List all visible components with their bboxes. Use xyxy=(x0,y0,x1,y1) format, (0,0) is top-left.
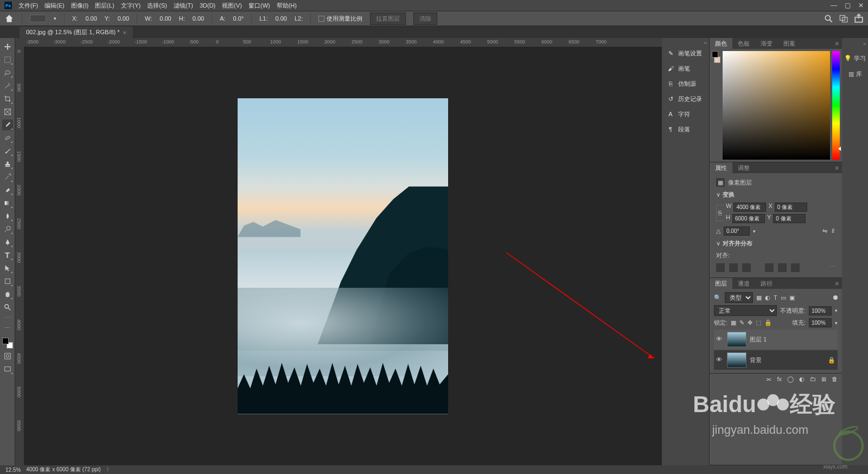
lock-pixel-icon[interactable]: ✎ xyxy=(739,319,744,326)
pen-tool-icon[interactable] xyxy=(2,237,13,248)
menu-file[interactable]: 文件(F) xyxy=(18,2,38,10)
close-icon[interactable]: ✕ xyxy=(858,2,864,9)
tab-adjustments[interactable]: 调整 xyxy=(732,162,755,174)
panel-menu-icon[interactable]: ≡ xyxy=(832,165,842,171)
filter-shape-icon[interactable]: ▭ xyxy=(781,294,786,301)
height-input[interactable] xyxy=(732,214,765,223)
lock-trans-icon[interactable]: ▦ xyxy=(731,319,736,326)
menu-type[interactable]: 文字(Y) xyxy=(121,2,141,10)
wand-tool-icon[interactable] xyxy=(2,80,13,91)
fill-input[interactable] xyxy=(809,318,832,327)
opacity-input[interactable] xyxy=(809,306,832,315)
tab-patterns[interactable]: 图案 xyxy=(778,38,801,49)
minimize-icon[interactable]: — xyxy=(831,2,837,9)
clear-button[interactable]: 清除 xyxy=(413,12,437,25)
visibility-icon[interactable]: 👁 xyxy=(716,336,724,343)
learn-panel-btn[interactable]: 💡学习 xyxy=(844,54,866,62)
eyedropper-tool-icon[interactable] xyxy=(2,119,13,130)
lock-artb-icon[interactable]: ⬚ xyxy=(756,319,761,326)
filter-search-icon[interactable]: 🔍 xyxy=(714,294,722,301)
quickmask-icon[interactable] xyxy=(2,351,13,362)
character-panel-btn[interactable]: A字符 xyxy=(662,106,709,122)
fx-icon[interactable]: fx xyxy=(777,376,782,383)
filter-type-icon[interactable]: T xyxy=(774,294,777,301)
tab-paths[interactable]: 路径 xyxy=(755,278,778,289)
screen-mode-icon[interactable] xyxy=(2,364,13,375)
brush-panel-btn[interactable]: 🖌画笔 xyxy=(662,61,709,76)
menu-image[interactable]: 图像(I) xyxy=(71,2,88,10)
shape-tool-icon[interactable] xyxy=(2,276,13,287)
menu-filter[interactable]: 滤镜(T) xyxy=(174,2,193,10)
menu-help[interactable]: 帮助(H) xyxy=(277,2,297,10)
layer-name[interactable]: 背景 xyxy=(750,356,762,364)
layer-name[interactable]: 图层 1 xyxy=(750,336,767,344)
align-section[interactable]: ∨对齐并分布 xyxy=(713,237,839,250)
panel-menu-icon[interactable]: ≡ xyxy=(832,40,842,47)
maximize-icon[interactable]: ▢ xyxy=(845,2,851,9)
layer-thumbnail[interactable] xyxy=(727,352,746,368)
transform-section[interactable]: ∨变换 xyxy=(713,188,839,201)
menu-edit[interactable]: 编辑(E) xyxy=(44,2,65,10)
home-icon[interactable] xyxy=(4,14,14,23)
history-brush-tool-icon[interactable] xyxy=(2,172,13,182)
x-input[interactable] xyxy=(775,203,807,212)
heal-tool-icon[interactable] xyxy=(2,132,13,143)
mask-icon[interactable]: ◯ xyxy=(787,376,794,383)
layer-item-bg[interactable]: 👁 背景 🔒 xyxy=(714,350,838,370)
color-field[interactable] xyxy=(723,51,830,160)
angle-input[interactable] xyxy=(724,226,750,236)
tab-properties[interactable]: 属性 xyxy=(710,162,732,174)
delete-layer-icon[interactable]: 🗑 xyxy=(832,376,838,383)
frame-tool-icon[interactable] xyxy=(2,106,13,117)
lasso-tool-icon[interactable] xyxy=(2,67,13,78)
width-input[interactable] xyxy=(733,203,766,212)
document-tab[interactable]: 002.jpg @ 12.5% (图层 1, RGB/8) * × xyxy=(20,27,133,38)
visibility-icon[interactable]: 👁 xyxy=(716,356,724,364)
new-layer-icon[interactable]: ⊞ xyxy=(821,376,826,383)
straighten-button[interactable]: 拉直图层 xyxy=(370,12,406,25)
blur-tool-icon[interactable] xyxy=(2,211,13,222)
filter-pixel-icon[interactable]: ▦ xyxy=(756,294,762,301)
hand-tool-icon[interactable] xyxy=(2,289,13,300)
brush-settings-panel-btn[interactable]: ✎画笔设置 xyxy=(662,46,709,61)
path-select-tool-icon[interactable] xyxy=(2,263,13,274)
menu-view[interactable]: 视图(V) xyxy=(222,2,242,10)
align-left-icon[interactable] xyxy=(716,263,725,272)
blend-mode-select[interactable]: 正常 xyxy=(714,305,777,316)
paragraph-panel-btn[interactable]: ¶段落 xyxy=(662,122,709,137)
menu-select[interactable]: 选择(S) xyxy=(147,2,167,10)
lock-pos-icon[interactable]: ✥ xyxy=(748,319,752,326)
lock-all-icon[interactable]: 🔒 xyxy=(764,319,772,326)
group-icon[interactable]: 🗀 xyxy=(810,376,816,383)
align-more-icon[interactable]: ⋯ xyxy=(829,263,835,272)
adjust-layer-icon[interactable]: ◐ xyxy=(799,376,805,383)
menu-layer[interactable]: 图层(L) xyxy=(95,2,114,10)
filter-type-select[interactable]: 类型 xyxy=(725,292,753,303)
flip-h-icon[interactable]: ⇋ xyxy=(822,227,827,235)
tab-gradients[interactable]: 渐变 xyxy=(755,38,778,49)
tab-close-icon[interactable]: × xyxy=(123,29,126,36)
color-swatch[interactable] xyxy=(2,338,13,349)
share-icon[interactable] xyxy=(854,14,864,23)
tab-color[interactable]: 颜色 xyxy=(710,38,732,49)
y-input[interactable] xyxy=(773,214,806,223)
fg-color-icon[interactable] xyxy=(2,338,9,344)
info-caret-icon[interactable]: 〉 xyxy=(106,466,112,473)
link-wh-icon[interactable]: ⎘ xyxy=(716,205,724,221)
canvas-image[interactable] xyxy=(238,98,448,414)
flip-v-icon[interactable]: ⥯ xyxy=(831,227,835,235)
brush-tool-icon[interactable] xyxy=(2,146,13,156)
menu-3d[interactable]: 3D(D) xyxy=(200,2,215,9)
marquee-tool-icon[interactable] xyxy=(2,54,13,65)
frames-icon[interactable] xyxy=(839,14,848,23)
library-panel-btn[interactable]: ▥库 xyxy=(848,70,862,78)
history-panel-btn[interactable]: ↺历史记录 xyxy=(662,91,709,106)
align-top-icon[interactable] xyxy=(765,263,774,272)
filter-adjust-icon[interactable]: ◐ xyxy=(765,294,770,301)
panel-menu-icon[interactable]: ≡ xyxy=(832,280,842,287)
align-hcenter-icon[interactable] xyxy=(729,263,738,272)
hue-slider[interactable] xyxy=(832,51,840,160)
filter-toggle-icon[interactable] xyxy=(833,295,838,300)
gradient-tool-icon[interactable] xyxy=(2,198,13,208)
ruler-tool-icon[interactable] xyxy=(30,15,46,22)
